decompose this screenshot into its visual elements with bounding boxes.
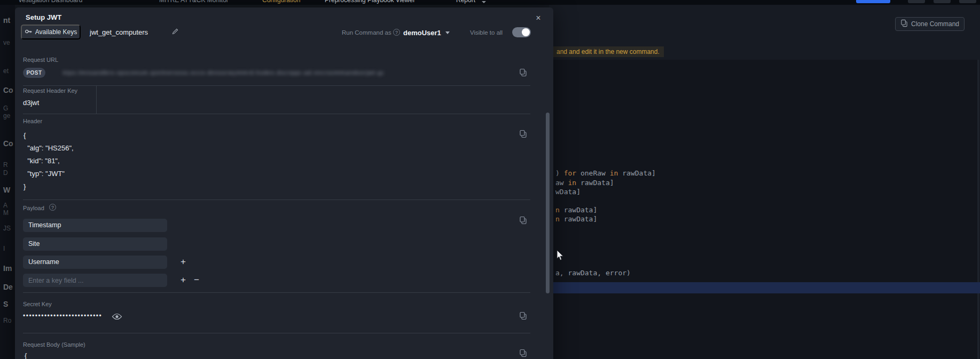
insert-button[interactable]: Insert (856, 0, 890, 3)
modal-title: Setup JWT (26, 13, 61, 21)
close-icon[interactable]: × (532, 12, 545, 25)
copy-secret-key-button[interactable] (519, 312, 529, 321)
request-body-first-line: { (25, 352, 27, 359)
available-keys-button[interactable]: Available Keys (21, 25, 81, 39)
request-url-blurred: ktpo.lmnsandbro-opsceeum.qonlnerooss.occ… (63, 69, 383, 77)
chevron-down-icon (445, 31, 450, 34)
request-body-label: Request Body (Sample) (23, 341, 85, 348)
copy-request-body-button[interactable] (519, 349, 529, 358)
help-icon[interactable]: ? (49, 204, 56, 211)
toggle-knob (522, 28, 530, 36)
header-json-text: { "alg": "HS256", "kid": "81", "typ": "J… (23, 129, 74, 193)
nav-tab-report[interactable]: Report (456, 0, 475, 4)
divider (23, 333, 530, 333)
editor-scrollbar[interactable] (977, 60, 979, 359)
run-as-select[interactable]: demoUser1 (403, 27, 450, 38)
request-url-label: Request URL (23, 57, 58, 63)
clone-command-label: Clone Command (911, 20, 959, 28)
payload-key-field[interactable]: Timestamp (23, 219, 167, 232)
nav-tab-preprocessing-playbook-viewer[interactable]: Preprocessing Playbook Viewer (325, 0, 415, 4)
copy-request-url-button[interactable] (519, 68, 529, 78)
remove-payload-key-button[interactable]: − (191, 275, 202, 285)
code-editor-background[interactable] (549, 60, 980, 359)
top-navigation-bar: vestigation Dashboard MITRE ATT&CK Monit… (0, 0, 980, 5)
payload-key-field[interactable]: Username (23, 256, 167, 269)
divider (23, 292, 530, 293)
divider (23, 85, 530, 86)
request-header-key-value: d3jwt (23, 99, 39, 107)
modal-scrollbar-thumb[interactable] (546, 113, 550, 293)
key-icon (25, 28, 32, 37)
add-payload-key-button[interactable]: + (178, 257, 189, 267)
nav-tab-configuration[interactable]: Configuration (262, 0, 300, 4)
visible-to-all-label: Visible to all (470, 29, 503, 36)
copy-header-button[interactable] (519, 130, 529, 139)
secret-key-label: Secret Key (23, 301, 52, 307)
warning-banner: and and edit it in the new command. (553, 46, 664, 57)
http-method-badge: POST (23, 68, 45, 78)
visible-to-all-toggle[interactable] (512, 27, 531, 37)
secret-key-masked-value: •••••••••••••••••••••••••• (23, 312, 102, 320)
divider (23, 114, 530, 114)
chevron-down-icon (482, 1, 486, 3)
nav-tab-mitre-attack-monitor[interactable]: MITRE ATT&CK Monitor (159, 0, 229, 4)
run-command-as-label: Run Command as (342, 29, 391, 36)
run-as-value: demoUser1 (403, 29, 441, 37)
editor-selection-highlight (549, 282, 980, 293)
topbar-icon-1[interactable] (908, 0, 925, 3)
topbar-icon-2[interactable] (934, 0, 951, 3)
add-payload-key-button[interactable]: + (178, 275, 189, 285)
help-icon[interactable]: ? (393, 29, 400, 36)
edit-pencil-icon[interactable] (171, 28, 181, 37)
nav-tab-investigation-dashboard[interactable]: vestigation Dashboard (19, 0, 82, 4)
payload-section-label: Payload (23, 205, 44, 211)
setup-jwt-modal: Setup JWT × Available Keys jwt_get_compu… (15, 7, 553, 359)
topbar-icon-3[interactable] (959, 0, 976, 3)
payload-key-field[interactable]: Site (23, 237, 167, 251)
payload-key-input[interactable] (23, 274, 167, 287)
command-name-text: jwt_get_computers (90, 28, 148, 36)
mouse-cursor (556, 250, 565, 264)
modal-backdrop (0, 0, 15, 359)
copy-icon (900, 19, 908, 29)
divider (23, 200, 530, 200)
request-header-key-label: Request Header Key (23, 87, 77, 94)
available-keys-label: Available Keys (35, 28, 77, 36)
clone-command-button[interactable]: Clone Command (895, 17, 965, 31)
copy-payload-button[interactable] (519, 216, 529, 226)
show-secret-eye-icon[interactable] (112, 313, 122, 320)
cell-divider (96, 85, 97, 114)
header-section-label: Header (23, 118, 42, 124)
